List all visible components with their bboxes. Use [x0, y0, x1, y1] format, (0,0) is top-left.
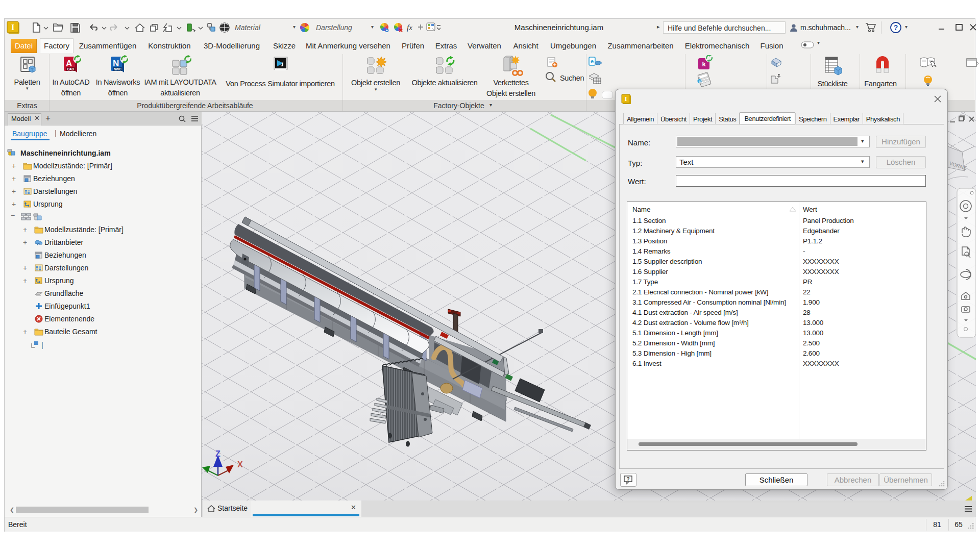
svg-text:k: k: [702, 60, 706, 68]
svg-text:I: I: [11, 23, 14, 32]
svg-text:e: e: [591, 58, 594, 64]
svg-text:?: ?: [894, 23, 898, 32]
svg-text:CAD: CAD: [67, 67, 74, 71]
svg-text:NWC: NWC: [114, 67, 121, 71]
svg-text:?: ?: [626, 477, 629, 482]
svg-text:X: X: [237, 460, 243, 469]
svg-text:fx: fx: [407, 23, 412, 32]
svg-text:Z: Z: [215, 449, 220, 458]
svg-text:I: I: [625, 95, 627, 103]
